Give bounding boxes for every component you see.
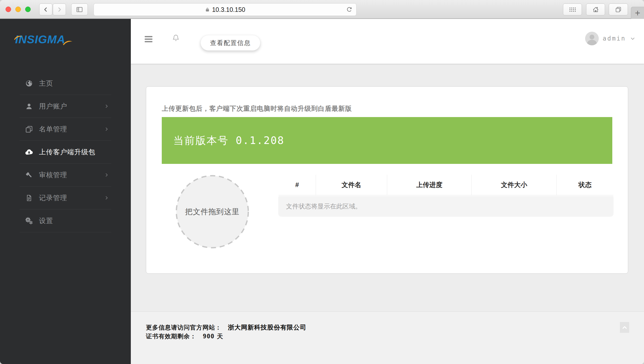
topbar: 查看配置信息 admin: [131, 19, 644, 64]
content: 上传更新包后，客户端下次重启电脑时将自动升级到白盾最新版 当前版本号 0.1.2…: [131, 64, 644, 311]
footer: 更多信息请访问官方网站：浙大网新科技股份有限公司 证书有效期剩余：900天: [131, 311, 644, 364]
chevron-right-icon: [56, 7, 62, 13]
username: admin: [603, 35, 626, 42]
chevron-down-icon: [630, 36, 635, 41]
footer-cert-line: 证书有效期剩余：900天: [146, 332, 644, 341]
logo-swoosh-icon: [14, 30, 23, 43]
window-minimize-button[interactable]: [15, 7, 21, 12]
sidebar: INSIGMA 主页 用户账户: [0, 19, 131, 364]
gavel-icon: [23, 171, 35, 179]
sidebar-item-list-management[interactable]: 名单管理: [0, 118, 131, 140]
cert-label: 证书有效期剩余：: [146, 333, 196, 340]
sidebar-item-label: 上传客户端升级包: [39, 148, 95, 157]
copy-icon: [23, 125, 35, 133]
sidebar-item-review-management[interactable]: 审核管理: [0, 164, 131, 186]
logo-swoosh-icon: [62, 35, 73, 48]
sidebar-menu: 主页 用户账户 名单管理: [0, 72, 131, 232]
window-zoom-button[interactable]: [25, 7, 31, 12]
reload-icon[interactable]: [346, 6, 353, 13]
address-bar[interactable]: 10.3.10.150: [94, 3, 356, 16]
show-tabs-button[interactable]: [609, 4, 628, 15]
cloud-upload-icon: [23, 148, 35, 157]
chevron-right-icon: [104, 172, 109, 178]
sidebar-item-record-management[interactable]: 记录管理: [0, 187, 131, 209]
app: INSIGMA 主页 用户账户: [0, 19, 644, 364]
dropzone-text: 把文件拖到这里: [175, 175, 249, 249]
back-button[interactable]: [39, 4, 52, 15]
user-menu[interactable]: admin: [585, 32, 635, 45]
sidebar-item-label: 记录管理: [39, 193, 67, 202]
upload-note: 上传更新包后，客户端下次重启电脑时将自动升级到白盾最新版: [162, 104, 612, 113]
screen: 10.3.10.150 +: [0, 0, 644, 364]
forward-button[interactable]: [53, 4, 66, 15]
upload-card: 上传更新包后，客户端下次重启电脑时将自动升级到白盾最新版 当前版本号 0.1.2…: [146, 86, 628, 274]
sidebar-toggle-button[interactable]: [71, 4, 88, 15]
bell-icon[interactable]: [172, 34, 180, 43]
chevron-up-icon: [621, 324, 628, 331]
sidebar-item-upload-client-package[interactable]: 上传客户端升级包: [0, 141, 131, 163]
cert-unit: 天: [217, 333, 223, 340]
sidebar-item-label: 设置: [39, 216, 53, 225]
sidebar-item-home[interactable]: 主页: [0, 72, 131, 95]
browser-chrome: 10.3.10.150 +: [0, 0, 644, 19]
table-header-filename: 文件名: [316, 175, 387, 195]
sidebar-item-label: 审核管理: [39, 170, 67, 179]
table-header-status: 状态: [556, 175, 613, 195]
insigma-logo: INSIGMA: [15, 33, 65, 46]
grid-icon: [569, 7, 576, 13]
document-icon: [23, 194, 35, 202]
scroll-to-top-button[interactable]: [620, 322, 629, 333]
footer-website-line: 更多信息请访问官方网站：浙大网新科技股份有限公司: [146, 323, 644, 332]
divider: [20, 232, 111, 232]
upload-table: # 文件名 上传进度 文件大小 状态 文件状态将显示在此区域。: [278, 175, 613, 249]
chevron-right-icon: [104, 126, 109, 132]
cert-days-value: 900: [203, 333, 214, 340]
url-text: 10.3.10.150: [212, 6, 245, 13]
company-name: 浙大网新科技股份有限公司: [228, 324, 306, 331]
table-empty-message: 文件状态将显示在此区域。: [278, 196, 613, 216]
chevron-right-icon: [104, 103, 109, 109]
table-header-filesize: 文件大小: [471, 175, 556, 195]
hamburger-menu-icon[interactable]: [145, 36, 152, 42]
sidebar-item-label: 用户账户: [39, 102, 67, 111]
upload-row: 把文件拖到这里 # 文件名 上传进度 文件大小 状态 文件状态将显示在此区域。: [162, 175, 612, 249]
lock-icon: [205, 7, 210, 12]
avatar: [585, 32, 599, 45]
user-icon: [23, 102, 35, 110]
home-icon: [592, 6, 599, 13]
file-dropzone[interactable]: 把文件拖到这里: [175, 175, 249, 249]
version-banner: 当前版本号 0.1.208: [162, 117, 612, 164]
sidebar-item-label: 主页: [39, 79, 53, 88]
home-button[interactable]: [586, 4, 605, 15]
globe-icon: [23, 79, 35, 88]
chevron-right-icon: [104, 195, 109, 201]
main: 查看配置信息 admin 上传更新包后，客户端下次重启电脑时将自动升级到白盾最新…: [131, 19, 644, 364]
sidebar-item-settings[interactable]: 设置: [0, 209, 131, 232]
sidebar-toggle-icon: [76, 6, 83, 13]
sidebar-item-label: 名单管理: [39, 125, 67, 134]
chevron-left-icon: [43, 7, 49, 13]
gears-icon: [23, 216, 35, 225]
new-tab-button[interactable]: +: [631, 7, 644, 19]
sidebar-item-user-accounts[interactable]: 用户账户: [0, 95, 131, 118]
tabs-icon: [615, 6, 622, 13]
table-header-row: # 文件名 上传进度 文件大小 状态: [278, 175, 613, 195]
version-label: 当前版本号: [173, 134, 229, 148]
version-value: 0.1.208: [236, 134, 285, 147]
table-header-index: #: [278, 175, 316, 195]
view-config-button[interactable]: 查看配置信息: [200, 35, 260, 51]
website-label: 更多信息请访问官方网站：: [146, 324, 221, 331]
tab-overview-button[interactable]: [563, 4, 582, 15]
table-header-progress: 上传进度: [387, 175, 471, 195]
window-close-button[interactable]: [6, 7, 11, 12]
